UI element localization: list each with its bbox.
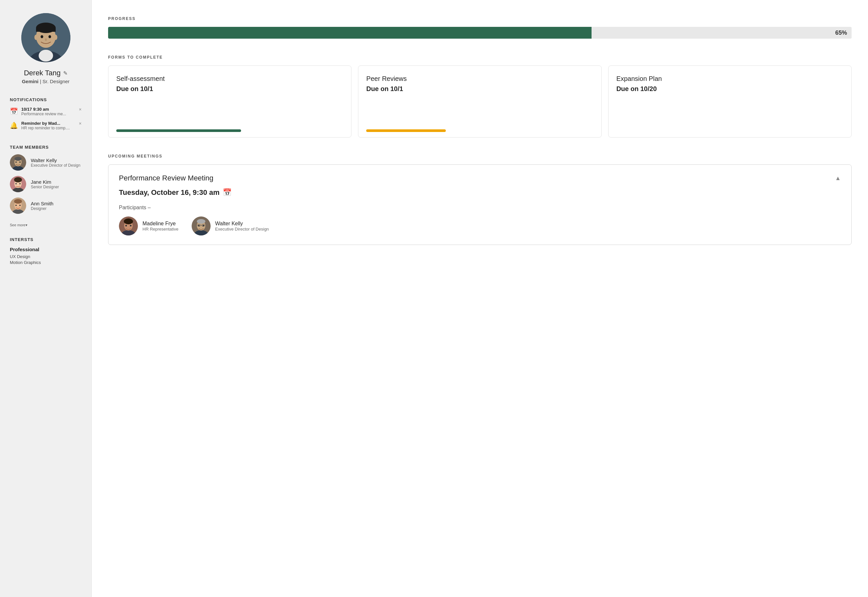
progress-bar-fill bbox=[108, 27, 592, 39]
interest-item-2: Motion Graphics bbox=[10, 260, 82, 265]
svg-point-32 bbox=[124, 218, 133, 224]
user-role-sep: | bbox=[40, 79, 43, 84]
form-card-bar-2 bbox=[366, 129, 446, 132]
notif-text-1: Performance review me... bbox=[21, 112, 82, 116]
bell-notif-icon: 🔔 bbox=[10, 122, 18, 129]
interests-section: INTERSTS Professional UX Design Motion G… bbox=[10, 234, 82, 266]
team-avatar-ann bbox=[10, 198, 26, 214]
svg-point-27 bbox=[15, 205, 17, 206]
participant-role-1: HR Representative bbox=[143, 227, 178, 232]
form-card-bar-1 bbox=[116, 129, 241, 132]
form-card-3[interactable]: Expansion Plan Due on 10/20 bbox=[608, 65, 852, 138]
sidebar: Derek Tang ✎ Gemini | Sr. Designer NOTIF… bbox=[0, 0, 92, 597]
participant-avatar-walter bbox=[192, 217, 211, 235]
team-member-3[interactable]: Ann Smith Designer bbox=[10, 198, 82, 214]
notif-close-2[interactable]: × bbox=[79, 121, 82, 126]
main-content: PROGRESS 65% FORMS TO COMPLETE Self-asse… bbox=[92, 0, 868, 597]
chevron-down-icon: ▾ bbox=[25, 223, 28, 227]
participant-avatar-madeline bbox=[119, 217, 138, 235]
participants-label: Participants – bbox=[119, 205, 841, 211]
team-list: Walter Kelly Executive Director of Desig… bbox=[10, 154, 82, 219]
svg-point-16 bbox=[19, 162, 21, 163]
meeting-title-text: Performance Review Meeting bbox=[119, 174, 214, 183]
participants-list: Madeline Frye HR Representative bbox=[119, 217, 841, 235]
forms-grid: Self-assessment Due on 10/1 Peer Reviews… bbox=[108, 65, 852, 138]
form-card-bar-3 bbox=[617, 129, 753, 132]
edit-icon[interactable]: ✎ bbox=[63, 70, 67, 76]
meeting-card: Performance Review Meeting ▲ Tuesday, Oc… bbox=[108, 164, 852, 245]
svg-point-34 bbox=[130, 225, 132, 227]
user-avatar bbox=[21, 13, 70, 62]
team-avatar-walter bbox=[10, 154, 26, 171]
meeting-datetime: Tuesday, October 16, 9:30 am 📅 bbox=[119, 188, 841, 197]
forms-section: FORMS TO COMPLETE Self-assessment Due on… bbox=[108, 55, 852, 138]
team-title: TEAM MEMBERS bbox=[10, 145, 82, 150]
form-card-due-2: Due on 10/1 bbox=[366, 85, 593, 93]
notifications-list: 📅 10/17 9:30 am Performance review me...… bbox=[10, 107, 82, 135]
user-role: Gemini | Sr. Designer bbox=[22, 79, 70, 84]
form-card-due-1: Due on 10/1 bbox=[116, 85, 343, 93]
form-card-2[interactable]: Peer Reviews Due on 10/1 bbox=[358, 65, 601, 138]
form-card-title-1: Self-assessment bbox=[116, 75, 343, 83]
notif-text-2: HR rep reminder to comp.... bbox=[21, 126, 82, 130]
meetings-section: UPCOMING MEETINGS Performance Review Mee… bbox=[108, 154, 852, 245]
team-avatar-jane bbox=[10, 176, 26, 192]
participant-role-2: Executive Director of Design bbox=[215, 227, 269, 232]
team-name-3: Ann Smith bbox=[31, 201, 54, 206]
forms-label: FORMS TO COMPLETE bbox=[108, 55, 852, 59]
team-role-1: Executive Director of Design bbox=[31, 163, 80, 168]
notif-time-2: Reminder by Mad... bbox=[21, 121, 82, 126]
notification-item-2: 🔔 Reminder by Mad... HR rep reminder to … bbox=[10, 121, 82, 130]
svg-point-20 bbox=[14, 177, 22, 183]
meeting-calendar-icon: 📅 bbox=[223, 188, 232, 197]
user-name: Derek Tang ✎ bbox=[24, 69, 67, 77]
svg-point-2 bbox=[39, 50, 53, 62]
interest-item-1: UX Design bbox=[10, 254, 82, 259]
svg-point-8 bbox=[45, 38, 47, 41]
svg-point-38 bbox=[197, 219, 205, 224]
svg-point-6 bbox=[41, 36, 43, 38]
participant-1: Madeline Frye HR Representative bbox=[119, 217, 178, 235]
user-title: Sr. Designer bbox=[43, 79, 70, 84]
svg-rect-5 bbox=[36, 28, 56, 32]
svg-point-10 bbox=[54, 35, 57, 40]
svg-point-33 bbox=[125, 225, 127, 227]
interests-title: INTERSTS bbox=[10, 237, 82, 242]
svg-point-26 bbox=[14, 199, 22, 204]
see-more-link[interactable]: See more▾ bbox=[10, 222, 82, 227]
meetings-label: UPCOMING MEETINGS bbox=[108, 154, 852, 159]
notifications-title: NOTIFICATIONS bbox=[10, 97, 82, 102]
team-member-1[interactable]: Walter Kelly Executive Director of Desig… bbox=[10, 154, 82, 171]
svg-point-21 bbox=[15, 183, 17, 184]
svg-point-14 bbox=[15, 157, 22, 161]
progress-percent: 65% bbox=[835, 30, 847, 36]
svg-point-28 bbox=[19, 205, 21, 206]
team-name-2: Jane Kim bbox=[31, 179, 59, 185]
participant-name-2: Walter Kelly bbox=[215, 221, 269, 227]
svg-point-15 bbox=[15, 162, 17, 163]
progress-bar-container: 65% bbox=[108, 27, 852, 39]
calendar-notif-icon: 📅 bbox=[10, 107, 18, 115]
form-card-title-3: Expansion Plan bbox=[617, 75, 843, 83]
interest-category-1: Professional bbox=[10, 247, 82, 252]
notif-close-1[interactable]: × bbox=[79, 107, 82, 112]
form-card-1[interactable]: Self-assessment Due on 10/1 bbox=[108, 65, 351, 138]
team-role-2: Senior Designer bbox=[31, 185, 59, 189]
team-member-2[interactable]: Jane Kim Senior Designer bbox=[10, 176, 82, 192]
progress-label: PROGRESS bbox=[108, 16, 852, 21]
progress-section: PROGRESS 65% bbox=[108, 16, 852, 39]
svg-point-9 bbox=[34, 35, 38, 40]
svg-point-7 bbox=[49, 36, 51, 38]
team-role-3: Designer bbox=[31, 206, 54, 211]
notification-item: 📅 10/17 9:30 am Performance review me...… bbox=[10, 107, 82, 116]
participant-name-1: Madeline Frye bbox=[143, 221, 178, 227]
form-card-title-2: Peer Reviews bbox=[366, 75, 593, 83]
notif-time-1: 10/17 9:30 am bbox=[21, 107, 82, 112]
team-name-1: Walter Kelly bbox=[31, 157, 80, 163]
user-company: Gemini bbox=[22, 79, 39, 84]
form-card-due-3: Due on 10/20 bbox=[617, 85, 843, 93]
svg-point-22 bbox=[19, 183, 21, 184]
participant-2: Walter Kelly Executive Director of Desig… bbox=[192, 217, 269, 235]
collapse-icon[interactable]: ▲ bbox=[835, 175, 841, 182]
